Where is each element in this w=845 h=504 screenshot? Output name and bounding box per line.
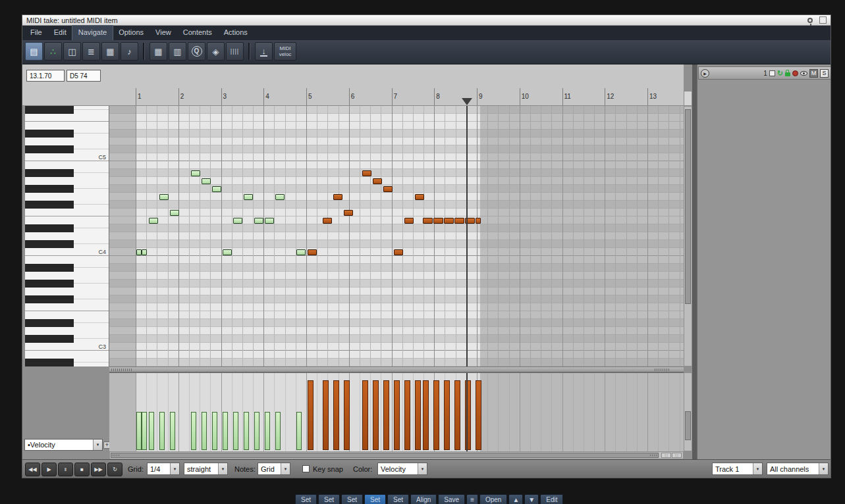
toolbar-notation-view-button[interactable]: ♪ [121, 42, 138, 61]
piano-key-f3[interactable] [25, 303, 109, 311]
toolbar-step-input-button[interactable]: ↓ [255, 42, 273, 61]
note-grid[interactable] [109, 106, 684, 366]
record-arm-icon[interactable] [792, 70, 798, 76]
velocity-bar[interactable] [275, 412, 281, 450]
open-button[interactable]: Open [479, 494, 507, 504]
menu-item-edit[interactable]: Edit [48, 26, 72, 40]
swing-selector[interactable]: straight ▼ [184, 463, 228, 475]
velocity-scrollbar-thumb[interactable] [685, 411, 691, 440]
midi-note[interactable] [404, 218, 414, 224]
velocity-bar[interactable] [233, 412, 238, 450]
up-icon-button[interactable]: ▲ [508, 494, 523, 504]
piano-key-gs4[interactable] [25, 185, 109, 193]
velocity-bar[interactable] [254, 412, 259, 450]
piano-key-c4[interactable]: C4 [25, 248, 109, 256]
solo-button[interactable]: S [820, 69, 829, 78]
midi-note[interactable] [423, 218, 433, 224]
velocity-bar[interactable] [476, 380, 481, 450]
piano-key-b3[interactable] [25, 256, 109, 264]
piano-key-d4[interactable] [25, 232, 109, 240]
eye-icon[interactable] [800, 71, 807, 76]
piano-key-fs5[interactable] [25, 106, 109, 114]
track-row[interactable]: ▶ 1 ↻ M S [698, 66, 831, 80]
midi-note[interactable] [223, 249, 232, 255]
horizontal-scrollbar-thumb[interactable] [111, 453, 659, 458]
midi-note[interactable] [476, 218, 481, 224]
velocity-bar[interactable] [308, 380, 313, 450]
midi-note[interactable] [344, 210, 353, 216]
piano-key-c3[interactable]: C3 [25, 343, 109, 351]
key-snap-checkbox[interactable] [302, 465, 310, 472]
midi-note[interactable] [244, 194, 253, 200]
h-zoom-out-button[interactable]: ∷ [661, 453, 671, 458]
note-position-box[interactable]: D5 74 [67, 70, 101, 82]
note-length-selector[interactable]: Grid ▼ [258, 463, 290, 475]
velocity-bar[interactable] [136, 412, 142, 450]
channel-selector[interactable]: All channels ▼ [767, 463, 829, 475]
piano-key-g4[interactable] [25, 193, 109, 201]
piano-key-cs3[interactable] [25, 335, 109, 343]
midi-note[interactable] [202, 178, 211, 184]
piano-key-d3[interactable] [25, 327, 109, 335]
velocity-bar[interactable] [433, 380, 439, 450]
pin-icon[interactable] [807, 18, 813, 23]
horizontal-scrollbar[interactable]: ∷ ∷ [109, 451, 684, 459]
menu-item-view[interactable]: View [150, 26, 177, 40]
midi-note[interactable] [433, 218, 443, 224]
repeat-button[interactable]: ↻ [107, 463, 123, 476]
save-button[interactable]: Save [438, 494, 465, 504]
velocity-bar[interactable] [415, 380, 421, 450]
midi-note[interactable] [362, 170, 371, 176]
grid-playhead-line[interactable] [466, 106, 468, 366]
toolbar-drum-map-view-button[interactable]: ∴ [44, 42, 62, 61]
velocity-bar[interactable] [404, 380, 410, 450]
velocity-scrollbar[interactable] [684, 372, 692, 451]
menu-item-navigate[interactable]: Navigate [72, 26, 113, 40]
color-mode-selector[interactable]: Velocity ▼ [377, 463, 427, 475]
set-button-2[interactable]: Set [318, 494, 340, 504]
cc-lane-selector[interactable]: •Velocity ▼ [24, 439, 103, 451]
vertical-scrollbar-thumb[interactable] [685, 109, 691, 304]
velocity-bar[interactable] [202, 412, 207, 450]
midi-note[interactable] [191, 170, 200, 176]
piano-key-a4[interactable] [25, 177, 109, 185]
velocity-bar[interactable] [149, 412, 154, 450]
midi-note[interactable] [254, 218, 263, 224]
go-to-end-button[interactable]: ▶▶ [91, 463, 106, 476]
track-checkbox[interactable] [769, 70, 775, 76]
velocity-bar[interactable] [142, 412, 147, 450]
velocity-bar[interactable] [159, 412, 165, 450]
midi-note[interactable] [444, 218, 454, 224]
midi-note[interactable] [333, 194, 342, 200]
piano-key-fs3[interactable] [25, 295, 109, 303]
pause-button[interactable]: ‖ [58, 463, 73, 476]
set-button-1[interactable]: Set [295, 494, 317, 504]
velocity-bar[interactable] [296, 412, 302, 450]
vel-playhead-line[interactable] [466, 373, 468, 451]
velocity-bar[interactable] [333, 380, 339, 450]
piano-key-a3[interactable] [25, 272, 109, 280]
piano-key-gs3[interactable] [25, 280, 109, 288]
piano-key-f5[interactable] [25, 114, 109, 122]
midi-note[interactable] [394, 249, 403, 255]
velocity-bar[interactable] [394, 380, 400, 450]
midi-note[interactable] [454, 218, 464, 224]
piano-key-e3[interactable] [25, 311, 109, 319]
piano-key-ds3[interactable] [25, 319, 109, 327]
vertical-scrollbar[interactable] [684, 106, 692, 366]
velocity-bar[interactable] [212, 412, 217, 450]
velocity-bar[interactable] [454, 380, 460, 450]
velocity-bar[interactable] [383, 380, 389, 450]
velocity-bar[interactable] [223, 412, 228, 450]
go-to-start-button[interactable]: ◀◀ [25, 463, 40, 476]
piano-key-g3[interactable] [25, 288, 109, 295]
piano-key-as4[interactable] [25, 169, 109, 177]
velocity-bar[interactable] [444, 380, 450, 450]
velocity-bar[interactable] [265, 412, 270, 450]
set-button-4[interactable]: Set [364, 494, 386, 504]
menu-item-actions[interactable]: Actions [218, 26, 254, 40]
velocity-bar[interactable] [344, 380, 350, 450]
toolbar-velocity-handles-view-button[interactable]: ◫ [63, 42, 81, 61]
toolbar-piano-roll-view-button[interactable]: ▤ [25, 42, 43, 61]
midi-note[interactable] [149, 218, 158, 224]
